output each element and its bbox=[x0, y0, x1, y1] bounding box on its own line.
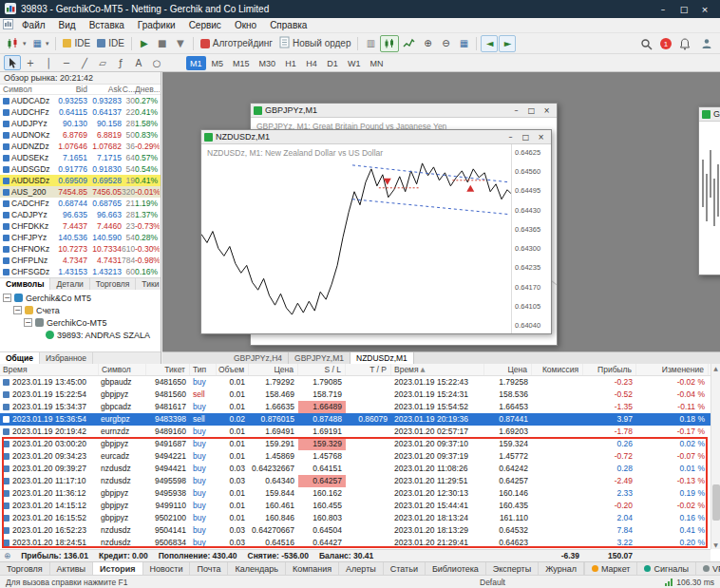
menu-item[interactable]: Вставка bbox=[83, 20, 131, 30]
history-scrollbar[interactable]: ▲ ▼ bbox=[711, 364, 720, 549]
scroll-up-icon[interactable]: ▲ bbox=[713, 364, 718, 372]
col-volume[interactable]: Объем bbox=[217, 364, 249, 375]
channel-tool-button[interactable]: ▱ bbox=[94, 55, 111, 70]
chart-window-titlebar[interactable]: NZDUSDz,M1 – □ × bbox=[201, 130, 551, 144]
history-row[interactable]: 2023.01.19 15:22:54 gbpjpyz 9481560 sell… bbox=[0, 389, 711, 401]
menu-item[interactable]: Сервис bbox=[182, 20, 228, 30]
menu-item[interactable]: Графики bbox=[131, 20, 182, 30]
dock-button[interactable]: Маркет bbox=[584, 562, 636, 575]
history-row[interactable]: 2023.01.19 15:36:54 eurgbpz 9483398 sell… bbox=[0, 413, 711, 426]
navigator-item[interactable]: 39893: ANDRAS SZALA bbox=[0, 329, 161, 341]
price-chart[interactable]: NZDUSDz, M1: New Zealand Dollar vs US Do… bbox=[201, 144, 511, 333]
tab[interactable]: Символы bbox=[0, 278, 50, 290]
maximize-button[interactable]: □ bbox=[519, 131, 533, 142]
market-watch-row[interactable]: AUDSGDz 0.91776 0.91830 54 0.54% bbox=[0, 163, 161, 175]
history-row[interactable]: 2023.01.19 20:19:42 eurnzdz 9489160 buy … bbox=[0, 426, 711, 438]
timeframe-button[interactable]: D1 bbox=[323, 56, 342, 70]
history-row[interactable]: 2023.01.20 16:15:52 gbpjpyz 9502100 buy … bbox=[0, 512, 711, 524]
status-profile[interactable]: Default bbox=[480, 578, 505, 587]
maximize-button[interactable]: □ bbox=[673, 2, 694, 16]
column-ask[interactable]: Ask bbox=[87, 85, 122, 94]
toolbox-tab[interactable]: Алерты bbox=[339, 562, 384, 575]
toolbox-tab[interactable]: История bbox=[93, 562, 143, 575]
metaeditor-button[interactable]: IDE bbox=[60, 35, 93, 52]
shapes-tool-button[interactable]: ○ bbox=[148, 55, 165, 70]
chart-window-gbpjpy-h4[interactable]: GBPJPYz,H4 bbox=[698, 106, 720, 275]
column-symbol[interactable]: Символ bbox=[0, 85, 53, 94]
chart-bars-button[interactable]: ▥ bbox=[362, 35, 379, 52]
tab[interactable]: NZDUSDz,M1 bbox=[351, 352, 414, 364]
notifications-button[interactable] bbox=[676, 35, 693, 52]
navigator-item[interactable]: − Счета bbox=[0, 304, 161, 316]
market-watch-row[interactable]: CHFSGDz 1.43153 1.43213 60 0.16% bbox=[0, 266, 161, 277]
market-watch-row[interactable]: CADCHFz 0.68744 0.68765 21 1.19% bbox=[0, 198, 161, 209]
tab[interactable]: GBPJPYz,M1 bbox=[289, 352, 351, 364]
market-watch-row[interactable]: AUDNOKz 6.8769 6.8819 50 0.83% bbox=[0, 129, 161, 141]
close-button[interactable]: × bbox=[534, 131, 548, 142]
algotrading-button[interactable]: Алготрейдинг bbox=[198, 35, 275, 52]
col-symbol[interactable]: Символ bbox=[99, 364, 146, 375]
ide-button[interactable]: IDE bbox=[94, 35, 127, 52]
new-order-button[interactable]: Новый ордер bbox=[276, 35, 354, 52]
tab[interactable]: Детали bbox=[50, 278, 89, 290]
market-watch-row[interactable]: AUS_200 7454.85 7456.05 320 -0.01% bbox=[0, 186, 161, 198]
tab[interactable]: Торговля bbox=[90, 278, 137, 290]
history-row[interactable]: 2023.01.19 15:34:37 gbpcadz 9481617 buy … bbox=[0, 401, 711, 413]
col-change[interactable]: Изменение bbox=[636, 364, 709, 375]
market-watch-row[interactable]: AUDCADz 0.93253 0.93283 30 0.27% bbox=[0, 95, 161, 106]
toolbox-tab[interactable]: Статьи bbox=[384, 562, 426, 575]
indicators-button[interactable]: ▦ bbox=[455, 35, 472, 52]
fibonacci-tool-button[interactable]: ƒ bbox=[112, 55, 129, 70]
market-watch-row[interactable]: AUDNZDz 1.07646 1.07682 36 -0.29% bbox=[0, 141, 161, 152]
notification-badge[interactable]: 1 bbox=[660, 38, 672, 49]
toolbox-tab[interactable]: Почта bbox=[190, 562, 228, 575]
market-watch-row[interactable]: CHFJPYz 140.536 140.590 54 0.28% bbox=[0, 232, 161, 243]
toolbox-tab[interactable]: Библиотека bbox=[426, 562, 486, 575]
tab[interactable]: Общие bbox=[0, 352, 40, 364]
market-watch-row[interactable]: CHFPLNz 4.7347 4.7431 784 -0.98% bbox=[0, 255, 161, 266]
download-button[interactable]: ▼ bbox=[172, 35, 189, 52]
close-button[interactable]: × bbox=[694, 2, 715, 16]
timeframe-button[interactable]: M5 bbox=[208, 56, 228, 70]
chart-window-nzdusd[interactable]: NZDUSDz,M1 – □ × bbox=[200, 129, 552, 334]
toolbox-tab[interactable]: Торговля bbox=[0, 562, 50, 575]
col-profit[interactable]: Прибыль bbox=[583, 364, 636, 375]
toolbox-tab[interactable]: Компания bbox=[286, 562, 339, 575]
dock-button[interactable]: Сигналы bbox=[636, 562, 695, 575]
toolbox-tab[interactable]: Новости bbox=[143, 562, 191, 575]
col-tp[interactable]: T / P bbox=[346, 364, 391, 375]
col-commission[interactable]: Комиссия bbox=[532, 364, 583, 375]
history-row[interactable]: 2023.01.20 09:34:23 eurcadz 9494221 buy … bbox=[0, 450, 711, 463]
vertical-line-tool-button[interactable]: │ bbox=[40, 55, 57, 70]
market-watch-row[interactable]: AUDJPYz 90.130 90.158 28 1.58% bbox=[0, 118, 161, 129]
market-watch-row[interactable]: AUDCHFz 0.64115 0.64137 22 0.41% bbox=[0, 106, 161, 118]
next-chart-button[interactable]: ► bbox=[499, 35, 516, 52]
history-row[interactable]: 2023.01.20 14:15:12 gbpjpyz 9499110 buy … bbox=[0, 500, 711, 512]
timeframe-button[interactable]: M15 bbox=[229, 56, 254, 70]
prev-chart-button[interactable]: ◄ bbox=[481, 35, 498, 52]
history-row[interactable]: 2023.01.20 11:36:12 gbpjpyz 9495938 buy … bbox=[0, 487, 711, 500]
toolbox-tab[interactable]: Журнал bbox=[539, 562, 584, 575]
timeframe-button[interactable]: MN bbox=[367, 56, 388, 70]
toolbox-tab[interactable]: Календарь bbox=[228, 562, 285, 575]
menu-item[interactable]: Окно bbox=[228, 20, 263, 30]
toolbox-tab[interactable]: Эксперты bbox=[486, 562, 539, 575]
column-daily-change[interactable]: Днев... bbox=[135, 85, 160, 94]
tab[interactable]: Тики bbox=[136, 278, 165, 290]
dock-button[interactable]: VPS bbox=[695, 562, 720, 575]
horizontal-line-tool-button[interactable]: ─ bbox=[58, 55, 75, 70]
minimize-button[interactable]: – bbox=[503, 131, 518, 142]
history-row[interactable]: 2023.01.19 13:45:00 gbpaudz 9481650 buy … bbox=[0, 376, 711, 389]
timeframe-button[interactable]: H4 bbox=[302, 56, 321, 70]
trendline-tool-button[interactable]: ╱ bbox=[76, 55, 93, 70]
cursor-tool-button[interactable] bbox=[4, 55, 21, 70]
zoom-in-button[interactable]: ⊕ bbox=[419, 35, 436, 52]
timeframe-button[interactable]: M1 bbox=[186, 56, 206, 70]
account-button[interactable] bbox=[698, 35, 715, 52]
tab[interactable]: GBPJPYz,H4 bbox=[228, 352, 289, 364]
timeframe-button[interactable]: M30 bbox=[256, 56, 280, 70]
chart-candles-button[interactable] bbox=[380, 35, 399, 52]
history-row[interactable]: 2023.01.20 09:39:27 nzdusdz 9494421 buy … bbox=[0, 463, 711, 475]
minimize-button[interactable]: – bbox=[653, 2, 673, 16]
history-row[interactable]: 2023.01.20 18:24:51 nzdusdz 9506834 buy … bbox=[0, 537, 711, 549]
